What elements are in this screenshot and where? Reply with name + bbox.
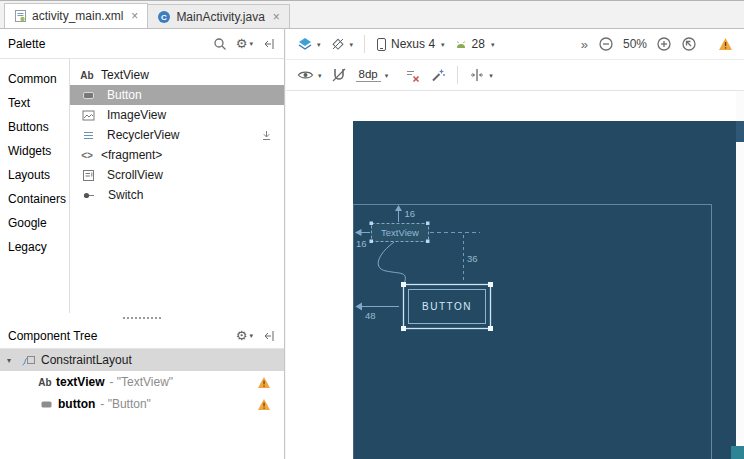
pack-align-button[interactable]: ▾ [466, 65, 496, 85]
phone-icon [376, 37, 387, 52]
warning-icon[interactable] [257, 398, 271, 411]
chevron-down-icon: ▾ [249, 40, 253, 47]
autoconnect-toggle[interactable] [328, 65, 350, 85]
tree-node-name: textView [56, 375, 104, 389]
vertical-scrollbar[interactable] [736, 91, 744, 459]
hide-panel-icon[interactable] [262, 37, 276, 51]
toolbar-overflow-chevrons[interactable]: » [577, 37, 592, 52]
palette-item-label: ScrollView [107, 168, 163, 182]
download-icon [261, 130, 272, 141]
tab-activity-main-xml[interactable]: activity_main.xml × [4, 3, 148, 28]
blueprint-canvas[interactable]: TextView 16 [353, 121, 736, 459]
category-legacy[interactable]: Legacy [0, 235, 69, 259]
palette: Common Text Buttons Widgets Layouts Cont… [0, 59, 284, 313]
chevron-down-icon: ▾ [491, 41, 495, 48]
hide-panel-icon[interactable] [262, 329, 276, 343]
tab-label: activity_main.xml [32, 9, 123, 23]
tree-row-constraintlayout[interactable]: ▾ ConstraintLayout [0, 349, 284, 371]
design-editor: ▾ ▾ Nexus 4 ▾ [286, 29, 744, 459]
java-class-icon: C [157, 10, 171, 24]
errors-warnings-button[interactable] [715, 35, 736, 53]
scrollbar-corner [731, 446, 744, 459]
infer-constraints-button[interactable] [427, 65, 449, 85]
image-icon [82, 109, 95, 122]
palette-item-scrollview[interactable]: ScrollView [70, 165, 284, 185]
chevron-expanded-icon[interactable]: ▾ [7, 356, 19, 365]
textview-widget-label: TextView [381, 227, 419, 238]
clear-constraints-button[interactable] [402, 66, 424, 85]
palette-item-button[interactable]: Button [70, 85, 284, 105]
design-surface[interactable]: TextView 16 [286, 91, 744, 459]
category-widgets[interactable]: Widgets [0, 139, 69, 163]
textview-widget[interactable]: TextView [370, 222, 430, 244]
palette-item-recyclerview[interactable]: RecyclerView [70, 125, 284, 145]
palette-item-fragment[interactable]: <> <fragment> [70, 145, 284, 165]
vertical-gap-label: 36 [467, 253, 478, 264]
zoom-level-label: 50% [620, 37, 650, 51]
magic-wand-icon [430, 67, 446, 83]
category-common[interactable]: Common [0, 67, 69, 91]
palette-item-textview[interactable]: Ab TextView [70, 65, 284, 85]
gear-icon[interactable]: ⚙ ▾ [236, 37, 253, 50]
close-icon[interactable]: × [131, 10, 138, 22]
chevron-down-icon: ▾ [249, 332, 253, 339]
zoom-to-fit-button[interactable] [678, 34, 700, 54]
tab-mainactivity-java[interactable]: C MainActivity.java × [147, 4, 290, 28]
tree-node-value: - "Button" [100, 397, 151, 411]
button-margin-left-label: 48 [365, 310, 376, 321]
palette-item-label: ImageView [107, 108, 166, 122]
chevron-down-icon: ▾ [350, 41, 354, 48]
palette-item-label: <fragment> [101, 148, 162, 162]
palette-item-label: RecyclerView [107, 128, 179, 142]
fragment-icon: <> [80, 150, 94, 161]
orientation-icon [330, 36, 346, 52]
zoom-to-fit-icon [681, 36, 697, 52]
category-google[interactable]: Google [0, 211, 69, 235]
panel-splitter[interactable] [0, 313, 284, 323]
warning-icon [718, 37, 733, 51]
search-icon[interactable] [213, 37, 227, 51]
component-tree-header: Component Tree ⚙ ▾ [0, 323, 284, 349]
zoom-out-button[interactable] [595, 34, 617, 54]
palette-header: Palette ⚙ ▾ [0, 29, 284, 59]
palette-item-label: Button [107, 88, 142, 102]
view-options-button[interactable]: ▾ [294, 66, 325, 84]
category-text[interactable]: Text [0, 91, 69, 115]
magnet-off-icon [331, 67, 347, 83]
palette-item-switch[interactable]: Switch [70, 185, 284, 205]
eye-icon [297, 68, 314, 82]
category-layouts[interactable]: Layouts [0, 163, 69, 187]
device-selector[interactable]: Nexus 4 ▾ [373, 35, 448, 54]
list-icon [82, 129, 95, 142]
constraint-toolbar: ▾ 8dp ▾ [286, 60, 744, 91]
api-selector[interactable]: 28 ▾ [451, 35, 498, 53]
design-toolbar: ▾ ▾ Nexus 4 ▾ [286, 29, 744, 60]
chevron-down-icon: ▾ [385, 72, 389, 79]
textview-icon: Ab [80, 70, 94, 81]
tree-row-textview[interactable]: Ab textView - "TextView" [0, 371, 284, 393]
tree-row-button[interactable]: button - "Button" [0, 393, 284, 415]
close-icon[interactable]: × [273, 11, 280, 23]
warning-icon[interactable] [257, 376, 271, 389]
design-surface-button[interactable]: ▾ [294, 34, 324, 54]
default-margins-button[interactable]: 8dp ▾ [353, 66, 392, 84]
device-label: Nexus 4 [389, 37, 437, 51]
palette-item-imageview[interactable]: ImageView [70, 105, 284, 125]
layout-file-icon [14, 9, 27, 23]
orientation-button[interactable]: ▾ [327, 34, 357, 54]
left-panel: Palette ⚙ ▾ Common Text Buttons Widgets … [0, 29, 285, 459]
svg-text:C: C [161, 13, 167, 22]
zoom-in-icon [656, 36, 672, 52]
gear-icon[interactable]: ⚙ ▾ [236, 329, 253, 342]
zoom-in-button[interactable] [653, 34, 675, 54]
scrollbar-thumb[interactable] [736, 121, 744, 142]
palette-components: Ab TextView Button ImageView [70, 59, 284, 313]
chevron-down-icon: ▾ [317, 41, 321, 48]
category-buttons[interactable]: Buttons [0, 115, 69, 139]
margin-value: 8dp [356, 68, 381, 82]
button-icon [40, 398, 53, 411]
chevron-down-icon: ▾ [489, 72, 493, 79]
tree-node-label: ConstraintLayout [41, 353, 132, 367]
category-containers[interactable]: Containers [0, 187, 69, 211]
tab-label: MainActivity.java [176, 10, 264, 24]
